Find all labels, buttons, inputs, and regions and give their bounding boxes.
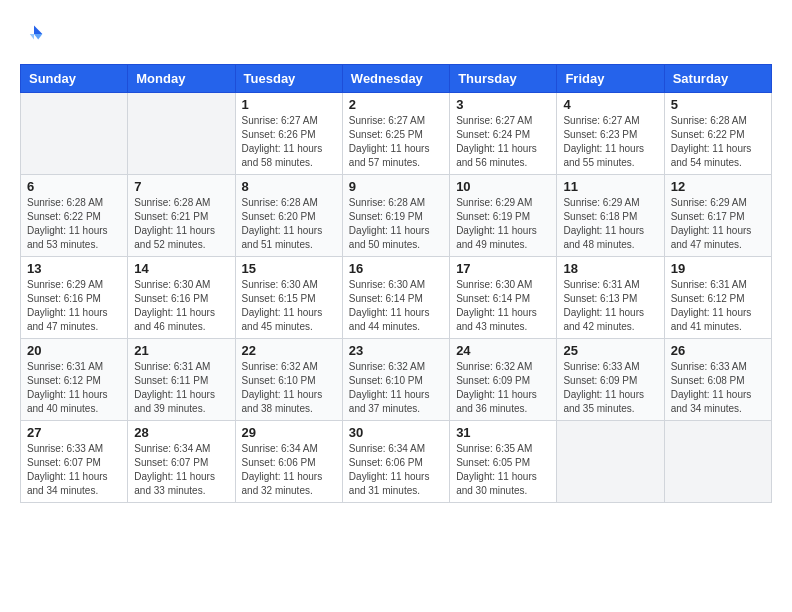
day-number: 15	[242, 261, 336, 276]
cell-content: Sunrise: 6:27 AMSunset: 6:23 PMDaylight:…	[563, 114, 657, 170]
day-number: 8	[242, 179, 336, 194]
calendar-cell: 22Sunrise: 6:32 AMSunset: 6:10 PMDayligh…	[235, 339, 342, 421]
cell-content: Sunrise: 6:32 AMSunset: 6:10 PMDaylight:…	[242, 360, 336, 416]
cell-content: Sunrise: 6:30 AMSunset: 6:14 PMDaylight:…	[456, 278, 550, 334]
cell-content: Sunrise: 6:33 AMSunset: 6:08 PMDaylight:…	[671, 360, 765, 416]
day-number: 22	[242, 343, 336, 358]
cell-content: Sunrise: 6:27 AMSunset: 6:25 PMDaylight:…	[349, 114, 443, 170]
calendar-cell: 15Sunrise: 6:30 AMSunset: 6:15 PMDayligh…	[235, 257, 342, 339]
day-number: 7	[134, 179, 228, 194]
calendar-cell: 14Sunrise: 6:30 AMSunset: 6:16 PMDayligh…	[128, 257, 235, 339]
day-number: 27	[27, 425, 121, 440]
calendar-cell: 6Sunrise: 6:28 AMSunset: 6:22 PMDaylight…	[21, 175, 128, 257]
day-number: 26	[671, 343, 765, 358]
calendar-cell: 24Sunrise: 6:32 AMSunset: 6:09 PMDayligh…	[450, 339, 557, 421]
calendar-week-3: 13Sunrise: 6:29 AMSunset: 6:16 PMDayligh…	[21, 257, 772, 339]
weekday-header-friday: Friday	[557, 65, 664, 93]
calendar-cell: 3Sunrise: 6:27 AMSunset: 6:24 PMDaylight…	[450, 93, 557, 175]
calendar-cell: 20Sunrise: 6:31 AMSunset: 6:12 PMDayligh…	[21, 339, 128, 421]
cell-content: Sunrise: 6:31 AMSunset: 6:12 PMDaylight:…	[27, 360, 121, 416]
calendar-cell: 19Sunrise: 6:31 AMSunset: 6:12 PMDayligh…	[664, 257, 771, 339]
calendar-cell: 5Sunrise: 6:28 AMSunset: 6:22 PMDaylight…	[664, 93, 771, 175]
day-number: 24	[456, 343, 550, 358]
cell-content: Sunrise: 6:29 AMSunset: 6:16 PMDaylight:…	[27, 278, 121, 334]
calendar-cell: 21Sunrise: 6:31 AMSunset: 6:11 PMDayligh…	[128, 339, 235, 421]
page-header	[20, 20, 772, 48]
calendar-cell: 28Sunrise: 6:34 AMSunset: 6:07 PMDayligh…	[128, 421, 235, 503]
calendar-cell: 29Sunrise: 6:34 AMSunset: 6:06 PMDayligh…	[235, 421, 342, 503]
calendar-week-4: 20Sunrise: 6:31 AMSunset: 6:12 PMDayligh…	[21, 339, 772, 421]
weekday-header-tuesday: Tuesday	[235, 65, 342, 93]
svg-marker-2	[30, 34, 34, 40]
weekday-header-sunday: Sunday	[21, 65, 128, 93]
cell-content: Sunrise: 6:28 AMSunset: 6:20 PMDaylight:…	[242, 196, 336, 252]
day-number: 6	[27, 179, 121, 194]
calendar-cell: 11Sunrise: 6:29 AMSunset: 6:18 PMDayligh…	[557, 175, 664, 257]
day-number: 30	[349, 425, 443, 440]
day-number: 16	[349, 261, 443, 276]
day-number: 31	[456, 425, 550, 440]
cell-content: Sunrise: 6:31 AMSunset: 6:13 PMDaylight:…	[563, 278, 657, 334]
calendar-table: SundayMondayTuesdayWednesdayThursdayFrid…	[20, 64, 772, 503]
cell-content: Sunrise: 6:31 AMSunset: 6:11 PMDaylight:…	[134, 360, 228, 416]
cell-content: Sunrise: 6:28 AMSunset: 6:19 PMDaylight:…	[349, 196, 443, 252]
day-number: 9	[349, 179, 443, 194]
calendar-week-2: 6Sunrise: 6:28 AMSunset: 6:22 PMDaylight…	[21, 175, 772, 257]
calendar-cell: 13Sunrise: 6:29 AMSunset: 6:16 PMDayligh…	[21, 257, 128, 339]
day-number: 12	[671, 179, 765, 194]
day-number: 10	[456, 179, 550, 194]
day-number: 14	[134, 261, 228, 276]
calendar-week-1: 1Sunrise: 6:27 AMSunset: 6:26 PMDaylight…	[21, 93, 772, 175]
calendar-cell	[557, 421, 664, 503]
calendar-cell	[664, 421, 771, 503]
cell-content: Sunrise: 6:27 AMSunset: 6:26 PMDaylight:…	[242, 114, 336, 170]
calendar-cell: 7Sunrise: 6:28 AMSunset: 6:21 PMDaylight…	[128, 175, 235, 257]
cell-content: Sunrise: 6:34 AMSunset: 6:06 PMDaylight:…	[242, 442, 336, 498]
day-number: 28	[134, 425, 228, 440]
day-number: 11	[563, 179, 657, 194]
calendar-cell: 8Sunrise: 6:28 AMSunset: 6:20 PMDaylight…	[235, 175, 342, 257]
day-number: 25	[563, 343, 657, 358]
calendar-cell: 25Sunrise: 6:33 AMSunset: 6:09 PMDayligh…	[557, 339, 664, 421]
day-number: 18	[563, 261, 657, 276]
cell-content: Sunrise: 6:28 AMSunset: 6:22 PMDaylight:…	[27, 196, 121, 252]
svg-marker-1	[34, 34, 42, 40]
day-number: 21	[134, 343, 228, 358]
cell-content: Sunrise: 6:35 AMSunset: 6:05 PMDaylight:…	[456, 442, 550, 498]
cell-content: Sunrise: 6:28 AMSunset: 6:21 PMDaylight:…	[134, 196, 228, 252]
cell-content: Sunrise: 6:31 AMSunset: 6:12 PMDaylight:…	[671, 278, 765, 334]
cell-content: Sunrise: 6:33 AMSunset: 6:09 PMDaylight:…	[563, 360, 657, 416]
day-number: 29	[242, 425, 336, 440]
calendar-cell: 17Sunrise: 6:30 AMSunset: 6:14 PMDayligh…	[450, 257, 557, 339]
calendar-cell: 31Sunrise: 6:35 AMSunset: 6:05 PMDayligh…	[450, 421, 557, 503]
weekday-header-wednesday: Wednesday	[342, 65, 449, 93]
calendar-cell: 9Sunrise: 6:28 AMSunset: 6:19 PMDaylight…	[342, 175, 449, 257]
calendar-cell: 12Sunrise: 6:29 AMSunset: 6:17 PMDayligh…	[664, 175, 771, 257]
calendar-cell: 26Sunrise: 6:33 AMSunset: 6:08 PMDayligh…	[664, 339, 771, 421]
calendar-cell: 23Sunrise: 6:32 AMSunset: 6:10 PMDayligh…	[342, 339, 449, 421]
cell-content: Sunrise: 6:29 AMSunset: 6:19 PMDaylight:…	[456, 196, 550, 252]
calendar-cell: 16Sunrise: 6:30 AMSunset: 6:14 PMDayligh…	[342, 257, 449, 339]
cell-content: Sunrise: 6:33 AMSunset: 6:07 PMDaylight:…	[27, 442, 121, 498]
cell-content: Sunrise: 6:32 AMSunset: 6:09 PMDaylight:…	[456, 360, 550, 416]
day-number: 19	[671, 261, 765, 276]
day-number: 5	[671, 97, 765, 112]
calendar-cell: 4Sunrise: 6:27 AMSunset: 6:23 PMDaylight…	[557, 93, 664, 175]
cell-content: Sunrise: 6:29 AMSunset: 6:18 PMDaylight:…	[563, 196, 657, 252]
logo	[20, 20, 52, 48]
calendar-cell	[128, 93, 235, 175]
cell-content: Sunrise: 6:29 AMSunset: 6:17 PMDaylight:…	[671, 196, 765, 252]
cell-content: Sunrise: 6:30 AMSunset: 6:16 PMDaylight:…	[134, 278, 228, 334]
calendar-cell: 27Sunrise: 6:33 AMSunset: 6:07 PMDayligh…	[21, 421, 128, 503]
day-number: 13	[27, 261, 121, 276]
calendar-cell	[21, 93, 128, 175]
day-number: 3	[456, 97, 550, 112]
cell-content: Sunrise: 6:34 AMSunset: 6:06 PMDaylight:…	[349, 442, 443, 498]
cell-content: Sunrise: 6:28 AMSunset: 6:22 PMDaylight:…	[671, 114, 765, 170]
cell-content: Sunrise: 6:30 AMSunset: 6:15 PMDaylight:…	[242, 278, 336, 334]
weekday-header-thursday: Thursday	[450, 65, 557, 93]
svg-marker-0	[34, 26, 42, 34]
weekday-header-monday: Monday	[128, 65, 235, 93]
day-number: 17	[456, 261, 550, 276]
day-number: 4	[563, 97, 657, 112]
